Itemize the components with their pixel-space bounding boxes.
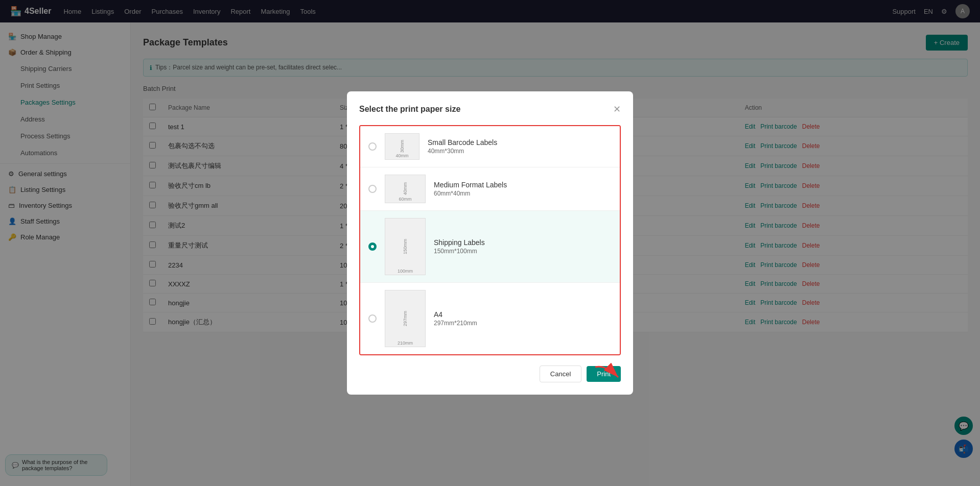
- preview-height-label: 30mm: [400, 140, 405, 153]
- label-info-medium: Medium Format Labels 60mm*40mm: [434, 181, 612, 197]
- label-name-small: Small Barcode Labels: [428, 138, 612, 147]
- preview-height-label-a4: 297mm: [403, 311, 408, 326]
- modal-header: Select the print paper size ✕: [359, 104, 621, 115]
- label-info-a4: A4 297mm*210mm: [434, 310, 612, 327]
- preview-small-barcode: 30mm 40mm: [385, 133, 419, 160]
- modal-close-button[interactable]: ✕: [613, 104, 621, 115]
- radio-a4: [368, 314, 377, 323]
- preview-width-label-shipping: 100mm: [398, 269, 413, 274]
- radio-shipping-labels: [368, 242, 377, 251]
- label-name-a4: A4: [434, 310, 612, 319]
- label-info-small: Small Barcode Labels 40mm*30mm: [428, 138, 612, 155]
- option-a4[interactable]: 297mm 210mm A4 297mm*210mm: [360, 283, 620, 354]
- preview-medium-format: 40mm 60mm: [385, 175, 426, 203]
- preview-width-label: 40mm: [395, 153, 408, 158]
- modal-title: Select the print paper size: [359, 105, 460, 114]
- modal-footer: Cancel Print: [359, 366, 621, 382]
- preview-width-label-a4: 210mm: [398, 341, 413, 346]
- preview-shipping-labels: 150mm 100mm: [385, 218, 426, 275]
- option-shipping-labels[interactable]: 150mm 100mm Shipping Labels 150mm*100mm: [360, 211, 620, 283]
- cancel-button[interactable]: Cancel: [540, 366, 581, 382]
- label-name-shipping: Shipping Labels: [434, 238, 612, 247]
- preview-height-label-medium: 40mm: [403, 182, 408, 195]
- preview-width-label-medium: 60mm: [399, 197, 411, 202]
- label-size-small: 40mm*30mm: [428, 148, 612, 155]
- arrow-annotation: [590, 362, 631, 387]
- paper-size-modal: Select the print paper size ✕ 30mm 40mm …: [347, 91, 633, 395]
- label-size-shipping: 150mm*100mm: [434, 248, 612, 255]
- modal-overlay[interactable]: Select the print paper size ✕ 30mm 40mm …: [0, 0, 980, 486]
- option-small-barcode[interactable]: 30mm 40mm Small Barcode Labels 40mm*30mm: [360, 126, 620, 167]
- preview-a4: 297mm 210mm: [385, 290, 426, 347]
- radio-medium-format: [368, 185, 377, 193]
- label-info-shipping: Shipping Labels 150mm*100mm: [434, 238, 612, 255]
- option-medium-format[interactable]: 40mm 60mm Medium Format Labels 60mm*40mm: [360, 167, 620, 211]
- label-size-medium: 60mm*40mm: [434, 190, 612, 197]
- preview-height-label-shipping: 150mm: [403, 239, 408, 254]
- radio-small-barcode: [368, 142, 377, 151]
- paper-options-list: 30mm 40mm Small Barcode Labels 40mm*30mm…: [359, 125, 621, 355]
- label-name-medium: Medium Format Labels: [434, 181, 612, 189]
- label-size-a4: 297mm*210mm: [434, 320, 612, 327]
